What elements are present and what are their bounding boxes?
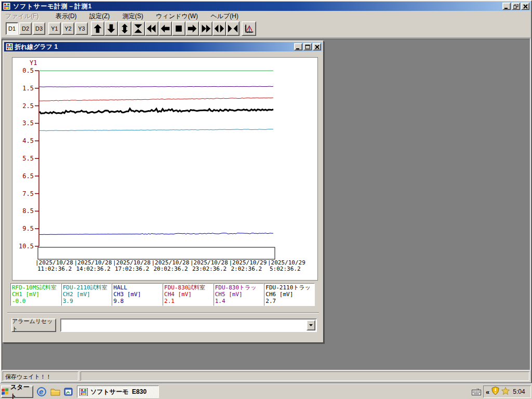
status-panel-empty [81,371,529,381]
legend-cell-ch1: RFD-10MS試料室CH1 [mV]-0.0 [10,283,61,306]
double-left-button[interactable] [145,21,158,36]
chart-tool-button[interactable] [242,21,256,36]
graph-maximize-button[interactable] [303,43,312,50]
svg-text:3.5: 3.5 [22,119,34,127]
chevron-down-icon [309,324,313,327]
shield-icon[interactable] [491,387,499,397]
star-icon[interactable] [501,387,510,397]
toolbar-d2-button[interactable]: D2 [19,22,32,35]
expand-horizontal-button[interactable] [212,21,226,36]
menu-bar: ファイル(F) 表示(D) 設定(Z) 測定(S) ウィンドウ(W) ヘルプ(H… [2,11,530,20]
legend-cell-ch4: FDU-830試料室CH4 [mV]2.1 [163,283,214,306]
svg-text:23:02:36.2: 23:02:36.2 [192,265,227,272]
channel-name: FDU-2110試料室 [63,284,111,291]
internet-explorer-icon[interactable]: e [36,387,47,397]
plot-panel: Y10.51.52.53.54.55.56.57.58.59.510.5|202… [12,57,318,281]
channel-name: FDU-2110トラッ [265,284,313,291]
keyboard-icon[interactable] [472,388,481,397]
channel-id: CH1 [mV] [12,291,60,298]
app-icon [3,3,10,11]
stop-button[interactable] [172,21,185,36]
svg-text:7.5: 7.5 [22,190,34,197]
channel-id: CH6 [mV] [265,291,313,298]
collapse-horizontal-icon [228,23,238,34]
legend-cell-ch3: HALLCH3 [mV]9.8 [112,283,163,306]
svg-text:2.5: 2.5 [22,102,34,110]
graph-window-icon [6,43,13,52]
double-left-icon [147,23,157,34]
channel-id: CH5 [mV] [215,291,263,298]
double-right-button[interactable] [199,21,212,36]
start-button[interactable]: スタート [1,385,33,398]
channel-name: FDU-830試料室 [164,284,212,291]
series-ch6 [39,109,273,113]
svg-text:10.5: 10.5 [19,243,34,250]
collapse-horizontal-button[interactable] [226,21,240,36]
graph-window-titlebar[interactable]: 折れ線グラフ 1 [4,42,322,51]
series-ch2 [39,129,273,131]
channel-legend: RFD-10MS試料室CH1 [mV]-0.0FDU-2110試料室CH2 [m… [10,283,315,306]
series-ch5 [39,86,273,87]
double-right-icon [201,23,211,34]
svg-text:Y1: Y1 [30,59,37,66]
toolbar-y2-button[interactable]: Y2 [62,22,74,35]
channel-id: CH4 [mV] [164,291,212,298]
arrow-up-button[interactable] [91,21,104,36]
toolbar-y3-button[interactable]: Y3 [75,22,88,35]
svg-text:8.5: 8.5 [22,207,34,215]
restore-button[interactable] [512,3,520,10]
series-ch3 [39,233,273,235]
toolbar-d1-button[interactable]: D1 [6,22,18,35]
arrow-right-button[interactable] [185,21,199,36]
graph-window: 折れ線グラフ 1 Y10.51.52.53.54.55.56.57.58.59.… [3,41,324,343]
windows-logo-icon [2,388,9,395]
line-chart: Y10.51.52.53.54.55.56.57.58.59.510.5|202… [12,58,317,280]
toolbar-y1-button[interactable]: Y1 [48,22,61,35]
stop-icon [174,23,184,34]
channel-name: FDU-830トラッ [215,284,263,291]
tray-clock[interactable]: 5:04 [513,388,525,395]
svg-text:6.5: 6.5 [22,172,34,180]
taskbar: スタート e ソフトサーモ E830 « 5:04 [0,383,532,399]
app-window: ソフトサーモ計測－計測1 ファイル(F) 表示(D) 設定(Z) 測定(S) ウ… [0,0,532,383]
series-ch4 [39,98,273,101]
arrow-updown-button[interactable] [118,21,131,36]
folder-icon[interactable] [50,387,60,397]
collapse-vertical-button[interactable] [131,21,145,36]
svg-text:e: e [39,388,43,396]
alarm-combobox[interactable] [60,318,317,332]
collapse-vertical-icon [133,23,143,34]
svg-text:11:02:36.2: 11:02:36.2 [37,265,72,272]
close-button[interactable] [521,3,529,10]
combobox-dropdown-button[interactable] [307,320,315,330]
toolbar-d3-button[interactable]: D3 [33,22,45,35]
svg-text:0.5: 0.5 [22,67,34,74]
svg-text:5:02:36.2: 5:02:36.2 [270,265,301,272]
arrow-down-icon [106,23,116,34]
app-titlebar[interactable]: ソフトサーモ計測－計測1 [2,2,530,11]
status-message: 保存ウェイト！！ [3,371,78,381]
arrow-down-button[interactable] [104,21,118,36]
arrow-updown-icon [119,23,130,34]
task-button-softthermo[interactable]: ソフトサーモ E830 [77,385,159,398]
channel-value: 9.8 [113,298,161,304]
svg-text:5.5: 5.5 [22,155,34,162]
alarm-combobox-value [61,322,63,328]
status-bar: 保存ウェイト！！ [2,370,530,382]
graph-close-button[interactable] [313,43,321,50]
legend-cell-ch2: FDU-2110試料室CH2 [mV]3.9 [61,283,112,306]
arrow-left-button[interactable] [158,21,172,36]
svg-text:14:02:36.2: 14:02:36.2 [76,265,111,272]
channel-value: 1.4 [215,298,263,304]
svg-text:1.5: 1.5 [22,85,34,92]
window-icon[interactable] [63,387,73,397]
channel-value: -0.0 [12,298,60,304]
minimize-button[interactable] [502,3,511,10]
graph-minimize-button[interactable] [294,43,302,50]
channel-value: 3.9 [63,298,111,304]
alarm-reset-button[interactable]: アラームリセット [11,318,56,332]
svg-text:4.5: 4.5 [22,137,34,144]
tray-chevron-button[interactable]: « [486,388,489,396]
separator [7,312,319,313]
arrow-left-icon [160,23,170,34]
